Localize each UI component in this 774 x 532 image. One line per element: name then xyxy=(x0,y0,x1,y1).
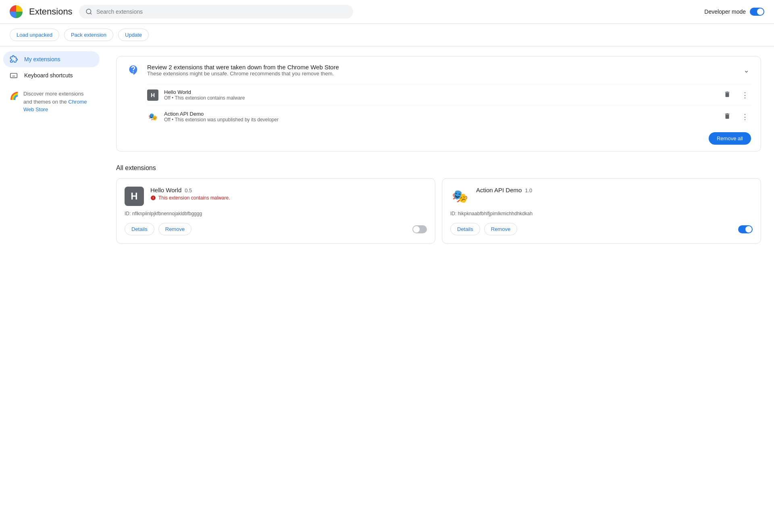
sidebar-discover: 🌈 Discover more extensions and themes on… xyxy=(3,83,100,120)
warning-star-icon xyxy=(126,63,141,77)
update-button[interactable]: Update xyxy=(118,29,149,41)
search-icon xyxy=(85,8,92,15)
load-unpacked-button[interactable]: Load unpacked xyxy=(10,29,59,41)
action-api-info: Action API Demo Off • This extension was… xyxy=(164,111,716,123)
hello-world-card-version: 0.5 xyxy=(185,187,192,193)
hello-world-info: Hello World Off • This extension contain… xyxy=(164,89,716,101)
hello-world-card-warning: This extension contains malware. xyxy=(150,195,230,201)
hello-world-status: Off • This extension contains malware xyxy=(164,95,716,101)
action-buttons-bar: Load unpacked Pack extension Update xyxy=(0,24,774,46)
hello-world-warning-text: This extension contains malware. xyxy=(158,195,230,201)
warning-ext-item-actionapi: 🎭 Action API Demo Off • This extension w… xyxy=(147,106,751,127)
ext-card-actionapi-info: Action API Demo 1.0 xyxy=(476,187,532,193)
action-api-remove-button[interactable]: Remove xyxy=(484,223,517,235)
svg-rect-2 xyxy=(10,73,17,78)
warning-title: Review 2 extensions that were taken down… xyxy=(147,64,735,71)
main-layout: My extensions Keyboard shortcuts 🌈 Disco… xyxy=(0,46,774,532)
sidebar-item-my-extensions[interactable]: My extensions xyxy=(3,51,100,67)
svg-point-0 xyxy=(86,9,91,14)
search-bar xyxy=(79,5,353,19)
svg-line-1 xyxy=(90,13,92,14)
hello-world-more-button[interactable]: ⋮ xyxy=(739,89,751,101)
hello-world-icon-small: H xyxy=(147,89,158,101)
page-title: Extensions xyxy=(29,6,73,17)
search-input[interactable] xyxy=(96,8,347,15)
action-api-icon-large: 🎭 xyxy=(450,187,470,206)
sidebar: My extensions Keyboard shortcuts 🌈 Disco… xyxy=(0,46,103,532)
hello-world-toggle[interactable] xyxy=(412,225,427,233)
warning-extension-list: H Hello World Off • This extension conta… xyxy=(126,84,751,127)
pack-extension-button[interactable]: Pack extension xyxy=(64,29,113,41)
remove-all-button[interactable]: Remove all xyxy=(709,132,751,145)
ext-card-helloworld-info: Hello World 0.5 This extension contains … xyxy=(150,187,230,201)
chrome-logo xyxy=(10,5,23,18)
collapse-chevron-icon[interactable]: ⌄ xyxy=(742,64,751,76)
extensions-icon xyxy=(10,55,18,63)
sidebar-item-keyboard-shortcuts[interactable]: Keyboard shortcuts xyxy=(3,67,100,83)
ext-card-helloworld: H Hello World 0.5 This extension contain… xyxy=(116,178,435,244)
warning-banner: Review 2 extensions that were taken down… xyxy=(116,56,761,152)
action-api-status: Off • This extension was unpublished by … xyxy=(164,117,716,123)
developer-mode-toggle[interactable] xyxy=(750,8,764,16)
action-api-more-button[interactable]: ⋮ xyxy=(739,111,751,123)
hello-world-delete-button[interactable] xyxy=(721,88,733,102)
action-api-icon-small: 🎭 xyxy=(147,111,158,123)
warning-ext-item-helloworld: H Hello World Off • This extension conta… xyxy=(147,84,751,106)
hello-world-name: Hello World xyxy=(164,89,716,95)
warning-header: Review 2 extensions that were taken down… xyxy=(126,63,751,77)
sidebar-my-extensions-label: My extensions xyxy=(24,56,60,62)
action-api-card-footer: Details Remove xyxy=(450,223,753,235)
action-api-id: ID: hikpknaabfbhlfjpimlkmichhdhkdkah xyxy=(450,211,753,216)
ext-card-actionapi-header: 🎭 Action API Demo 1.0 xyxy=(450,187,753,206)
content-area: Review 2 extensions that were taken down… xyxy=(103,46,774,532)
all-extensions-title: All extensions xyxy=(116,164,761,172)
hello-world-icon-large: H xyxy=(125,187,144,206)
warning-text-block: Review 2 extensions that were taken down… xyxy=(147,64,735,77)
ext-card-actionapi: 🎭 Action API Demo 1.0 ID: hikpknaabfbhlf… xyxy=(442,178,761,244)
header: Extensions Developer mode xyxy=(0,0,774,24)
action-api-details-button[interactable]: Details xyxy=(450,223,480,235)
action-api-card-name: Action API Demo xyxy=(476,187,522,193)
hello-world-details-button[interactable]: Details xyxy=(125,223,154,235)
ext-card-helloworld-header: H Hello World 0.5 This extension contain… xyxy=(125,187,427,206)
developer-mode-area: Developer mode xyxy=(704,8,764,16)
keyboard-icon xyxy=(10,71,18,79)
action-api-toggle[interactable] xyxy=(738,225,753,233)
action-api-card-version: 1.0 xyxy=(525,187,532,193)
developer-mode-label: Developer mode xyxy=(704,8,746,15)
hello-world-id: ID: nflknpiinlpjkfbnennojakldbfbgggg xyxy=(125,211,427,216)
extensions-grid: H Hello World 0.5 This extension contain… xyxy=(116,178,761,244)
warning-subtitle: These extensions might be unsafe. Chrome… xyxy=(147,71,735,77)
all-extensions-section: All extensions H Hello World 0.5 xyxy=(116,164,761,244)
action-api-name: Action API Demo xyxy=(164,111,716,117)
hello-world-card-name: Hello World xyxy=(150,187,181,193)
action-api-delete-button[interactable] xyxy=(721,110,733,123)
sidebar-keyboard-shortcuts-label: Keyboard shortcuts xyxy=(24,72,73,79)
hello-world-card-footer: Details Remove xyxy=(125,223,427,235)
remove-all-container: Remove all xyxy=(126,132,751,145)
hello-world-remove-button[interactable]: Remove xyxy=(158,223,191,235)
